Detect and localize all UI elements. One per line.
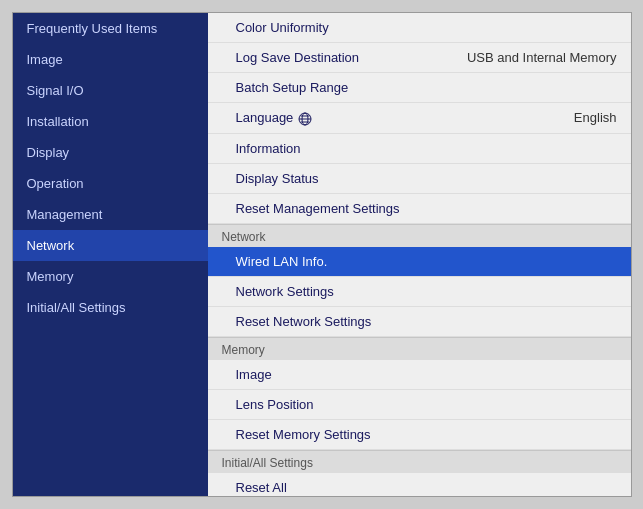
menu-item-log-save-destination[interactable]: Log Save DestinationUSB and Internal Mem… [208,43,631,73]
sidebar: Frequently Used ItemsImageSignal I/OInst… [13,13,208,496]
menu-item-label: Log Save Destination [236,50,360,65]
menu-item-information[interactable]: Information [208,134,631,164]
menu-item-value: USB and Internal Memory [467,50,617,65]
menu-item-label: Reset Memory Settings [236,427,371,442]
menu-item-batch-setup-range[interactable]: Batch Setup Range [208,73,631,103]
menu-item-network-settings[interactable]: Network Settings [208,277,631,307]
menu-item-label: Image [236,367,272,382]
sidebar-item-network[interactable]: Network [13,230,208,261]
menu-item-image[interactable]: Image [208,360,631,390]
menu-item-label: Lens Position [236,397,314,412]
section-header-memory-section: Memory [208,337,631,360]
menu-item-reset-management-settings[interactable]: Reset Management Settings [208,194,631,224]
menu-item-label: Reset Network Settings [236,314,372,329]
section-header-initial-all-section: Initial/All Settings [208,450,631,473]
menu-item-label: Reset Management Settings [236,201,400,216]
sidebar-item-frequently-used[interactable]: Frequently Used Items [13,13,208,44]
menu-item-value: English [574,110,617,125]
main-content: Color UniformityLog Save DestinationUSB … [208,13,631,496]
menu-item-label: Wired LAN Info. [236,254,328,269]
sidebar-item-management[interactable]: Management [13,199,208,230]
menu-item-lens-position[interactable]: Lens Position [208,390,631,420]
menu-item-label: Display Status [236,171,319,186]
menu-item-label: Network Settings [236,284,334,299]
section-header-network-section: Network [208,224,631,247]
menu-item-display-status[interactable]: Display Status [208,164,631,194]
menu-item-wired-lan-info[interactable]: Wired LAN Info. [208,247,631,277]
sidebar-item-image[interactable]: Image [13,44,208,75]
globe-icon [298,112,312,126]
menu-item-label: Batch Setup Range [236,80,349,95]
menu-item-reset-network-settings[interactable]: Reset Network Settings [208,307,631,337]
sidebar-item-installation[interactable]: Installation [13,106,208,137]
menu-item-label: Reset All [236,480,287,495]
menu-item-reset-memory-settings[interactable]: Reset Memory Settings [208,420,631,450]
sidebar-item-memory[interactable]: Memory [13,261,208,292]
sidebar-item-display[interactable]: Display [13,137,208,168]
menu-item-label: Language [236,110,313,126]
menu-item-label: Color Uniformity [236,20,329,35]
sidebar-item-operation[interactable]: Operation [13,168,208,199]
sidebar-item-initial-all[interactable]: Initial/All Settings [13,292,208,323]
menu-item-reset-all[interactable]: Reset All [208,473,631,496]
menu-item-color-uniformity[interactable]: Color Uniformity [208,13,631,43]
sidebar-item-signal-io[interactable]: Signal I/O [13,75,208,106]
menu-item-language[interactable]: Language English [208,103,631,134]
settings-window: Frequently Used ItemsImageSignal I/OInst… [12,12,632,497]
menu-item-label: Information [236,141,301,156]
